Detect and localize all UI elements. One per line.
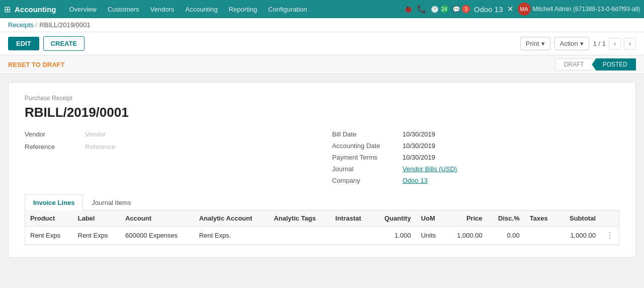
fields-left: Vendor Vendor Reference Reference — [25, 130, 312, 184]
action-chevron-icon: ▾ — [580, 40, 584, 47]
reference-field-row: Reference Reference — [25, 143, 312, 151]
clock-icon: 🕐 — [431, 6, 439, 13]
status-posted[interactable]: POSTED — [592, 58, 636, 70]
cell-label: Rent Exps — [73, 227, 121, 245]
nav-customers[interactable]: Customers — [103, 0, 144, 18]
messages-badge: 3 — [462, 5, 470, 13]
clock-notifications[interactable]: 🕐 24 — [431, 5, 448, 13]
main-content: Purchase Receipt RBILL/2019/0001 Vendor … — [0, 74, 644, 266]
nav-accounting[interactable]: Accounting — [180, 0, 222, 18]
tabs: Invoice Lines Journal Items — [25, 194, 619, 210]
col-subtotal: Subtotal — [558, 210, 601, 227]
payment-terms-label: Payment Terms — [332, 154, 403, 161]
cell-disc: 0.00 — [488, 227, 525, 245]
topnav-right: 🐞 📞 🕐 24 💬 3 Odoo 13 ✕ MA Mitchell Admin… — [404, 3, 640, 16]
bill-date-value[interactable]: 10/30/2019 — [403, 130, 435, 138]
company-value[interactable]: Odoo 13 — [403, 177, 428, 184]
bill-date-row: Bill Date 10/30/2019 — [332, 130, 619, 138]
status-bar: RESET TO DRAFT DRAFT POSTED — [0, 55, 644, 74]
company-row: Company Odoo 13 — [332, 177, 619, 184]
cell-taxes — [525, 227, 558, 245]
journal-label: Journal — [332, 165, 403, 173]
col-label: Label — [73, 210, 121, 227]
col-analytic-account: Analytic Account — [194, 210, 269, 227]
print-dropdown[interactable]: Print ▾ — [520, 37, 550, 50]
nav-reporting[interactable]: Reporting — [224, 0, 262, 18]
vendor-field-row: Vendor Vendor — [25, 130, 312, 138]
breadcrumb-separator: / — [36, 21, 38, 29]
reference-value[interactable]: Reference — [85, 143, 115, 151]
app-name: Accounting — [15, 5, 56, 14]
fields-section: Vendor Vendor Reference Reference Bill D… — [25, 130, 619, 184]
notifications-badge: 24 — [440, 5, 448, 13]
reference-label: Reference — [25, 143, 85, 151]
nav-vendors[interactable]: Vendors — [145, 0, 180, 18]
col-price: Price — [445, 210, 487, 227]
cell-analytic-tags — [269, 227, 330, 245]
messages-btn[interactable]: 💬 3 — [452, 5, 470, 13]
cell-intrastat — [331, 227, 373, 245]
fields-right: Bill Date 10/30/2019 Accounting Date 10/… — [332, 130, 619, 184]
company-label: Company — [332, 177, 403, 184]
nav-configuration[interactable]: Configuration — [263, 0, 312, 18]
app-logo: Accounting — [15, 5, 56, 14]
accounting-date-label: Accounting Date — [332, 142, 403, 150]
next-page-button[interactable]: › — [624, 38, 636, 50]
col-quantity: Quantity — [373, 210, 416, 227]
edit-button[interactable]: EDIT — [8, 37, 39, 50]
print-label: Print — [526, 40, 539, 47]
invoice-lines-table: Product Label Account Analytic Account A… — [25, 210, 619, 245]
toolbar: EDIT CREATE Print ▾ Action ▾ 1 / 1 ‹ › — [0, 32, 644, 55]
phone-icon[interactable]: 📞 — [417, 5, 427, 14]
grid-icon[interactable]: ⊞ — [4, 5, 11, 14]
action-label: Action — [560, 40, 578, 47]
accounting-date-row: Accounting Date 10/30/2019 — [332, 142, 619, 150]
cell-row-actions[interactable]: ⋮ — [601, 227, 619, 245]
invoice-lines-table-container: Product Label Account Analytic Account A… — [25, 210, 619, 245]
vendor-label: Vendor — [25, 130, 85, 138]
journal-value[interactable]: Vendor Bills (USD) — [403, 165, 457, 173]
avatar: MA — [518, 3, 531, 16]
tab-journal-items[interactable]: Journal Items — [83, 194, 139, 210]
top-navigation: ⊞ Accounting Overview Customers Vendors … — [0, 0, 644, 18]
action-dropdown[interactable]: Action ▾ — [554, 37, 589, 50]
cell-uom: Units — [416, 227, 446, 245]
journal-row: Journal Vendor Bills (USD) — [332, 165, 619, 173]
cell-account: 600000 Expenses — [120, 227, 194, 245]
col-account: Account — [120, 210, 194, 227]
accounting-date-value[interactable]: 10/30/2019 — [403, 142, 435, 150]
status-steps: DRAFT POSTED — [555, 58, 636, 70]
col-product: Product — [25, 210, 73, 227]
cell-subtotal: 1,000.00 — [558, 227, 601, 245]
nav-overview[interactable]: Overview — [64, 0, 102, 18]
user-name: Mitchell Admin (671388-13-0-6d7f93-all) — [533, 6, 640, 13]
document-type: Purchase Receipt — [25, 95, 619, 102]
cell-price: 1,000.00 — [445, 227, 487, 245]
vendor-value[interactable]: Vendor — [85, 130, 106, 138]
user-menu[interactable]: MA Mitchell Admin (671388-13-0-6d7f93-al… — [518, 3, 640, 16]
document-card: Purchase Receipt RBILL/2019/0001 Vendor … — [8, 82, 636, 258]
prev-page-button[interactable]: ‹ — [609, 38, 621, 50]
col-taxes: Taxes — [525, 210, 558, 227]
close-icon[interactable]: ✕ — [507, 5, 514, 14]
cell-quantity: 1.000 — [373, 227, 416, 245]
col-intrastat: Intrastat — [331, 210, 373, 227]
status-draft[interactable]: DRAFT — [555, 58, 592, 70]
bug-icon[interactable]: 🐞 — [404, 5, 413, 14]
tab-invoice-lines[interactable]: Invoice Lines — [25, 194, 83, 210]
reset-to-draft-button[interactable]: RESET TO DRAFT — [8, 61, 64, 68]
odoo-version[interactable]: Odoo 13 — [474, 5, 503, 14]
col-analytic-tags: Analytic Tags — [269, 210, 330, 227]
breadcrumb-current: RBILL/2019/0001 — [39, 21, 90, 29]
create-button[interactable]: CREATE — [43, 36, 85, 51]
row-actions-icon[interactable]: ⋮ — [606, 231, 614, 240]
breadcrumb: Receipts / RBILL/2019/0001 — [0, 18, 644, 32]
breadcrumb-parent[interactable]: Receipts — [8, 21, 34, 29]
document-number: RBILL/2019/0001 — [25, 105, 619, 120]
pagination: 1 / 1 ‹ › — [593, 38, 636, 50]
col-disc: Disc.% — [488, 210, 525, 227]
cell-product: Rent Exps — [25, 227, 73, 245]
payment-terms-value[interactable]: 10/30/2019 — [403, 154, 435, 161]
table-row[interactable]: Rent Exps Rent Exps 600000 Expenses Rent… — [25, 227, 619, 245]
chat-icon: 💬 — [452, 6, 460, 13]
